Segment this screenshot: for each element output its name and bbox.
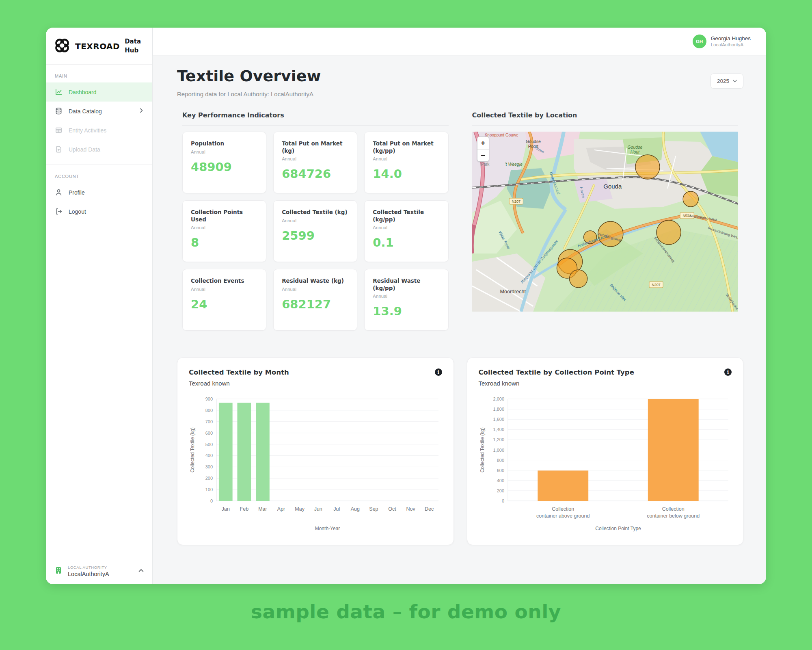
svg-text:N207: N207 <box>512 200 520 204</box>
x-tick-label: Collection <box>552 506 574 512</box>
year-selector[interactable]: 2025 <box>710 74 743 89</box>
page-subtitle: Reporting data for Local Authority: Loca… <box>177 91 321 98</box>
collection-bubble[interactable] <box>569 270 587 288</box>
texroad-logo-icon <box>54 37 70 55</box>
kpi-value: 8 <box>191 236 258 249</box>
kpi-value: 684726 <box>282 167 349 181</box>
bar[interactable] <box>538 470 588 501</box>
y-tick-label: 0 <box>210 498 213 503</box>
y-tick-label: 300 <box>205 464 213 469</box>
kpi-card: Residual Waste (kg)Annual682127 <box>273 269 357 331</box>
kpi-section: Key Performance Indicators PopulationAnn… <box>177 111 454 331</box>
y-tick-label: 900 <box>205 396 213 401</box>
kpi-period: Annual <box>191 287 258 292</box>
road-badge: N207 <box>509 198 523 204</box>
sidebar-item-data-catalog[interactable]: Data Catalog <box>46 102 152 121</box>
map-section: Collected Textile by Location <box>467 111 744 331</box>
x-tick-label: Dec <box>425 506 434 512</box>
map-place-label: Gouda <box>603 183 622 190</box>
kpi-period: Annual <box>191 225 258 230</box>
zoom-in-button[interactable]: + <box>477 137 489 149</box>
chart-subtitle: Texroad known <box>189 380 289 387</box>
y-axis-title: Collected Textile (kg) <box>479 427 485 472</box>
kpi-period: Annual <box>373 225 440 230</box>
y-tick-label: 100 <box>205 487 213 492</box>
x-tick-label: Oct <box>388 506 396 512</box>
bar[interactable] <box>219 403 233 501</box>
y-tick-label: 1,600 <box>493 417 504 422</box>
kpi-value: 48909 <box>191 160 258 174</box>
kpi-period: Annual <box>191 150 258 154</box>
logo-block: TEXROAD Data Hub <box>46 28 152 65</box>
top-bar: GH Georgia Hughes LocalAuthorityA <box>153 28 766 55</box>
kpi-card: Collection EventsAnnual24 <box>182 269 266 331</box>
caret-down-icon <box>733 80 737 82</box>
kpi-title: Total Put on Market (kg/pp) <box>373 140 440 154</box>
x-tick-label: Nov <box>406 506 416 512</box>
collected-textile-map[interactable]: N207N228N207 Knooppunt GouweGoudsePoortG… <box>472 132 739 312</box>
sidebar-item-label: Logout <box>69 208 86 215</box>
y-tick-label: 200 <box>205 476 213 481</box>
product-name: Data Hub <box>125 37 141 55</box>
kpi-period: Annual <box>373 156 440 161</box>
sidebar-item-label: Profile <box>69 189 85 196</box>
kpi-value: 24 <box>191 297 258 311</box>
sidebar-item-label: Dashboard <box>69 89 97 95</box>
chevron-up-icon <box>138 568 144 575</box>
kpi-title: Population <box>191 140 258 147</box>
kpi-card: PopulationAnnual48909 <box>182 132 266 193</box>
x-tick-label: Collection <box>662 506 684 512</box>
avatar: GH <box>693 35 706 48</box>
nav-section-main-label: MAIN <box>46 65 152 82</box>
info-icon[interactable]: i <box>724 368 732 376</box>
user-menu[interactable]: GH Georgia Hughes LocalAuthorityA <box>693 35 751 48</box>
kpi-value: 2599 <box>282 229 349 243</box>
x-tick-label: Jun <box>314 506 322 512</box>
map-canvas: N207N228N207 Knooppunt GouweGoudsePoortG… <box>472 132 739 312</box>
kpi-card: Collection Points UsedAnnual8 <box>182 200 266 262</box>
demo-watermark: sample data – for demo only <box>0 600 812 623</box>
kpi-card: Total Put on Market (kg)Annual684726 <box>273 132 357 193</box>
x-tick-label: Jan <box>222 506 230 512</box>
road-badge: N207 <box>649 282 663 288</box>
table-icon <box>55 126 63 134</box>
user-icon <box>55 188 63 196</box>
y-axis-title: Collected Textile (kg) <box>190 427 195 472</box>
x-tick-label: Apr <box>277 506 285 512</box>
kpi-card: Residual Waste (kg/pp)Annual13.9 <box>364 269 448 331</box>
info-icon[interactable]: i <box>435 368 442 376</box>
kpi-title: Collection Points Used <box>191 209 258 223</box>
sidebar-item-profile[interactable]: Profile <box>46 183 152 202</box>
database-icon <box>55 107 63 115</box>
sidebar-item-label: Upload Data <box>69 146 100 153</box>
sidebar-item-label: Data Catalog <box>69 108 102 115</box>
y-tick-label: 600 <box>497 468 504 473</box>
sidebar-item-label: Entity Activities <box>69 127 106 134</box>
y-tick-label: 2,000 <box>493 396 504 401</box>
y-tick-label: 1,400 <box>493 427 504 432</box>
sidebar-item-dashboard[interactable]: Dashboard <box>46 82 152 102</box>
bar[interactable] <box>256 403 270 501</box>
x-tick-label: Aug <box>351 506 360 512</box>
type-bar-chart: 02004006008001,0001,2001,4001,6001,8002,… <box>479 392 733 533</box>
sidebar-item-logout[interactable]: Logout <box>46 202 152 221</box>
map-place-label: 't Weegje <box>505 162 522 167</box>
svg-text:N207: N207 <box>652 283 661 287</box>
local-authority-switcher[interactable]: LOCAL AUTHORITY LocalAuthorityA <box>46 558 152 584</box>
kpi-title: Residual Waste (kg) <box>282 277 349 285</box>
chart-line-icon <box>55 88 63 96</box>
zoom-out-button[interactable]: − <box>477 149 489 161</box>
bar[interactable] <box>648 399 698 501</box>
stage: TEXROAD Data Hub MAIN Dashboard <box>0 0 812 650</box>
logout-icon <box>55 208 63 215</box>
collection-bubble[interactable] <box>635 155 659 179</box>
kpi-section-title: Key Performance Indicators <box>182 111 449 126</box>
bar[interactable] <box>238 403 251 501</box>
building-icon <box>54 566 63 576</box>
y-tick-label: 400 <box>205 453 213 458</box>
y-tick-label: 800 <box>205 408 213 413</box>
collection-bubble[interactable] <box>683 191 698 207</box>
user-organisation: LocalAuthorityA <box>711 42 751 47</box>
y-tick-label: 500 <box>205 442 213 447</box>
kpi-title: Residual Waste (kg/pp) <box>373 277 440 292</box>
